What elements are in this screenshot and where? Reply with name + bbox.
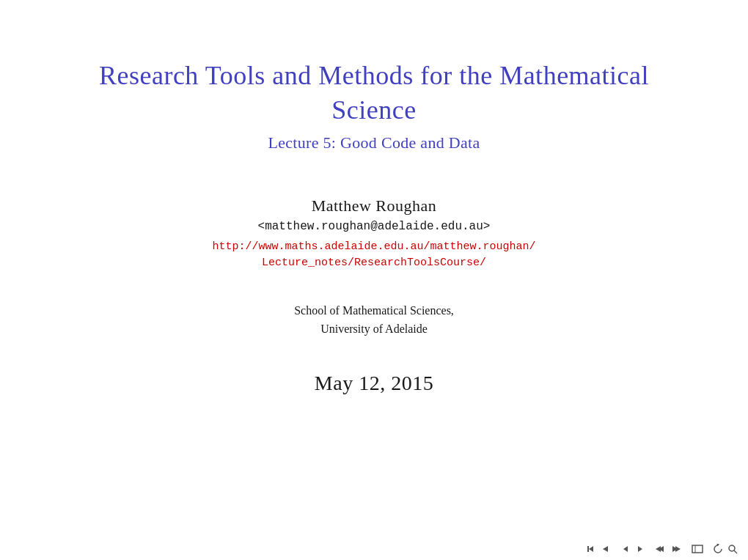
author-url-line1: http://www.maths.adelaide.edu.au/matthew…	[212, 240, 535, 253]
nav-section-next-button[interactable]	[669, 544, 682, 554]
author-name: Matthew Roughan	[212, 196, 535, 215]
nav-search-button[interactable]	[726, 544, 739, 554]
date-section: May 12, 2015	[315, 372, 433, 395]
date-text: May 12, 2015	[315, 372, 433, 395]
title-section: Research Tools and Methods for the Mathe…	[99, 59, 649, 152]
nav-frame-next-button[interactable]	[634, 544, 647, 554]
institution-name: School of Mathematical Sciences, Univers…	[294, 301, 454, 339]
nav-section-prev-button[interactable]	[654, 544, 667, 554]
author-section: Matthew Roughan <matthew.roughan@adelaid…	[212, 196, 535, 272]
author-email: <matthew.roughan@adelaide.edu.au>	[212, 220, 535, 233]
svg-marker-2	[603, 546, 608, 552]
institution-line2: University of Adelaide	[320, 323, 428, 335]
nav-icons-group	[584, 544, 739, 554]
svg-rect-9	[692, 545, 703, 553]
institution-section: School of Mathematical Sciences, Univers…	[294, 301, 454, 339]
svg-line-13	[734, 550, 737, 553]
svg-marker-6	[656, 546, 661, 552]
nav-fit-button[interactable]	[691, 544, 704, 554]
svg-marker-0	[589, 546, 593, 552]
institution-line1: School of Mathematical Sciences,	[294, 304, 454, 317]
svg-point-12	[729, 545, 735, 551]
author-url-line2: Lecture_notes/ResearchToolsCourse/	[262, 257, 486, 269]
svg-marker-4	[638, 546, 642, 552]
slide: Research Tools and Methods for the Mathe…	[0, 0, 748, 560]
subtitle: Lecture 5: Good Code and Data	[99, 133, 649, 152]
nav-frame-prev-button[interactable]	[619, 544, 632, 554]
author-url: http://www.maths.adelaide.edu.au/matthew…	[212, 239, 535, 272]
svg-marker-8	[675, 546, 681, 552]
title-line2: Science	[331, 95, 416, 125]
nav-bar	[584, 544, 739, 554]
title-line1: Research Tools and Methods for the Mathe…	[99, 61, 649, 90]
nav-first-button[interactable]	[584, 544, 597, 554]
svg-marker-3	[623, 546, 628, 552]
svg-rect-1	[587, 546, 589, 552]
nav-prev-button[interactable]	[598, 544, 612, 554]
main-title: Research Tools and Methods for the Mathe…	[99, 59, 649, 128]
nav-undo-button[interactable]	[711, 544, 725, 554]
